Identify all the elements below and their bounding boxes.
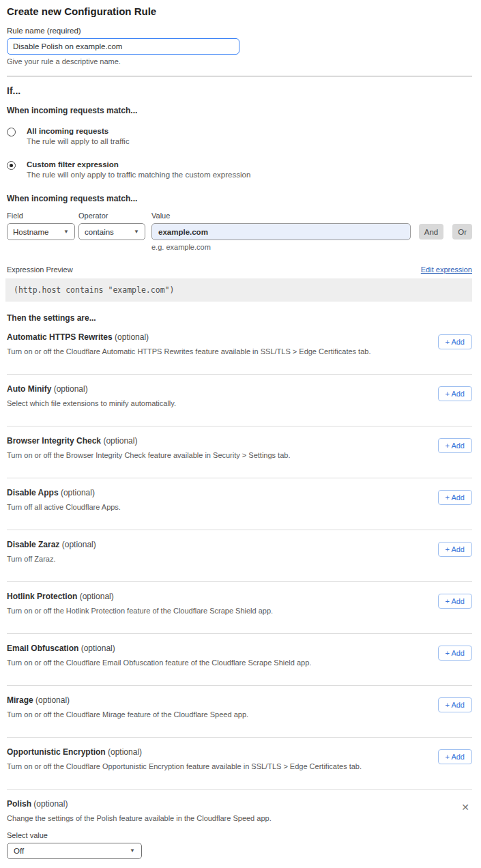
setting-description: Turn on or off the Cloudflare Email Obfu…	[7, 659, 311, 667]
optional-label: (optional)	[61, 488, 95, 497]
chevron-down-icon: ▼	[130, 848, 135, 854]
add-button[interactable]: + Add	[438, 749, 472, 764]
rule-name-helper: Give your rule a descriptive name.	[7, 57, 472, 66]
optional-label: (optional)	[54, 384, 88, 394]
add-button[interactable]: + Add	[438, 386, 472, 401]
expression-code: (http.host contains "example.com")	[14, 285, 174, 295]
optional-label: (optional)	[103, 436, 137, 446]
polish-value-select[interactable]: Off ▼	[7, 843, 142, 859]
setting-description: Turn on or off the Browser Integrity Che…	[7, 451, 290, 459]
expression-preview-box: (http.host contains "example.com")	[5, 278, 472, 302]
then-settings-heading: Then the settings are...	[7, 313, 472, 323]
setting-disable-zaraz: Disable Zaraz (optional) Turn off Zaraz.…	[7, 530, 472, 582]
setting-polish: Polish (optional) Change the settings of…	[7, 790, 472, 859]
setting-opportunistic-encryption: Opportunistic Encryption (optional) Turn…	[7, 738, 472, 790]
setting-title: Disable Apps	[7, 488, 59, 497]
setting-mirage: Mirage (optional) Turn on or off the Clo…	[7, 686, 472, 738]
setting-title: Polish	[7, 799, 31, 809]
radio-all-label: All incoming requests	[27, 127, 130, 135]
add-button[interactable]: + Add	[438, 594, 472, 609]
page-title: Create new Configuration Rule	[7, 5, 472, 17]
and-button[interactable]: And	[419, 224, 443, 240]
select-value-label: Select value	[7, 831, 458, 839]
field-select[interactable]: Hostname ▼	[7, 223, 75, 240]
radio-custom-label: Custom filter expression	[27, 160, 250, 169]
radio-custom-description: The rule will only apply to traffic matc…	[27, 171, 250, 179]
optional-label: (optional)	[115, 332, 149, 342]
edit-expression-link[interactable]: Edit expression	[421, 265, 472, 274]
setting-email-obfuscation: Email Obfuscation (optional) Turn on or …	[7, 634, 472, 686]
filter-builder-row: Field Hostname ▼ Operator contains ▼ Val…	[7, 212, 472, 251]
close-icon[interactable]: ✕	[458, 801, 472, 813]
incoming-requests-subheading: When incoming requests match...	[7, 106, 472, 115]
setting-description: Turn on or off the Cloudflare Mirage fea…	[7, 710, 248, 719]
add-button[interactable]: + Add	[438, 438, 472, 453]
add-button[interactable]: + Add	[438, 646, 472, 661]
setting-description: Select which file extensions to minify a…	[7, 399, 176, 407]
setting-automatic-https-rewrites: Automatic HTTPS Rewrites (optional) Turn…	[7, 323, 472, 375]
setting-title: Opportunistic Encryption	[7, 747, 106, 757]
setting-title: Disable Zaraz	[7, 540, 59, 549]
optional-label: (optional)	[81, 643, 115, 653]
match-radio-group: All incoming requests The rule will appl…	[7, 127, 472, 179]
operator-label: Operator	[78, 212, 145, 220]
setting-title: Automatic HTTPS Rewrites	[7, 332, 113, 342]
radio-all-incoming-requests[interactable]: All incoming requests The rule will appl…	[7, 127, 472, 145]
setting-description: Turn off Zaraz.	[7, 555, 96, 563]
rule-name-label: Rule name (required)	[7, 27, 472, 35]
or-button[interactable]: Or	[452, 224, 472, 240]
setting-description: Turn on or off the Hotlink Protection fe…	[7, 607, 273, 615]
optional-label: (optional)	[62, 540, 96, 549]
divider	[7, 76, 472, 76]
chevron-down-icon: ▼	[134, 229, 139, 235]
setting-auto-minify: Auto Minify (optional) Select which file…	[7, 375, 472, 426]
radio-selected-icon[interactable]	[7, 161, 16, 170]
setting-hotlink-protection: Hotlink Protection (optional) Turn on or…	[7, 582, 472, 634]
radio-all-description: The rule will apply to all traffic	[27, 137, 130, 145]
value-label: Value	[151, 212, 411, 220]
setting-description: Turn on or off the Cloudflare Opportunis…	[7, 762, 362, 770]
add-button[interactable]: + Add	[438, 697, 472, 712]
setting-description: Change the settings of the Polish featur…	[7, 814, 458, 822]
configuration-rule-form: Create new Configuration Rule Rule name …	[0, 0, 481, 859]
operator-select[interactable]: contains ▼	[78, 223, 145, 240]
polish-select-value: Off	[14, 847, 24, 855]
if-heading: If...	[7, 85, 472, 96]
optional-label: (optional)	[35, 695, 70, 705]
add-button[interactable]: + Add	[438, 542, 472, 557]
operator-select-value: contains	[85, 228, 114, 236]
radio-unselected-icon[interactable]	[7, 128, 16, 136]
setting-browser-integrity-check: Browser Integrity Check (optional) Turn …	[7, 426, 472, 478]
setting-title: Browser Integrity Check	[7, 436, 101, 446]
setting-description: Turn off all active Cloudflare Apps.	[7, 503, 121, 511]
setting-description: Turn on or off the Cloudflare Automatic …	[7, 347, 370, 356]
optional-label: (optional)	[108, 747, 142, 757]
setting-title: Email Obfuscation	[7, 643, 78, 653]
radio-custom-filter-expression[interactable]: Custom filter expression The rule will o…	[7, 160, 472, 179]
rule-name-input[interactable]	[7, 38, 239, 55]
optional-label: (optional)	[80, 592, 114, 601]
chevron-down-icon: ▼	[63, 229, 69, 235]
filter-heading: When incoming requests match...	[7, 194, 472, 203]
optional-label: (optional)	[33, 799, 68, 809]
setting-title: Auto Minify	[7, 384, 51, 394]
expression-preview-label: Expression Preview	[7, 265, 73, 274]
setting-disable-apps: Disable Apps (optional) Turn off all act…	[7, 478, 472, 530]
value-helper: e.g. example.com	[151, 243, 411, 251]
field-label: Field	[7, 212, 75, 220]
add-button[interactable]: + Add	[438, 334, 472, 349]
setting-title: Hotlink Protection	[7, 592, 77, 601]
value-input[interactable]	[151, 223, 411, 240]
setting-title: Mirage	[7, 695, 33, 705]
add-button[interactable]: + Add	[438, 490, 472, 505]
field-select-value: Hostname	[13, 228, 48, 236]
